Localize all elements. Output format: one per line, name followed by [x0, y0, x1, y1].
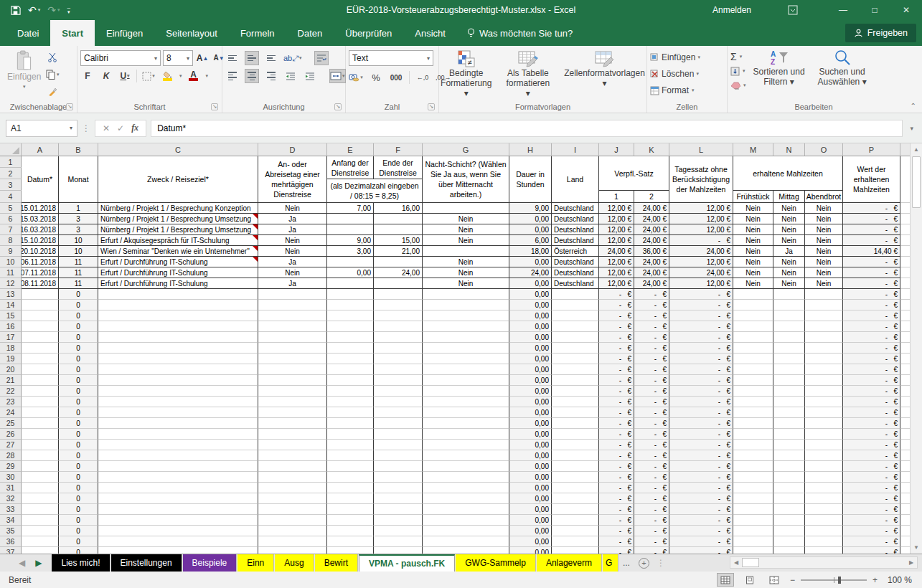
cell-H15[interactable]: 0,00: [509, 310, 552, 321]
cell-O27[interactable]: [805, 440, 843, 450]
cell-B16[interactable]: 0: [59, 321, 98, 332]
cell-J22[interactable]: - €: [599, 386, 634, 397]
cell-D37[interactable]: [258, 547, 327, 554]
row-header-3[interactable]: 3: [0, 179, 22, 191]
cell-C32[interactable]: [98, 493, 258, 504]
cell-D28[interactable]: [258, 450, 327, 461]
find-select-button[interactable]: Suchen undAuswählen ▾: [812, 47, 872, 89]
cell-D30[interactable]: [258, 472, 327, 483]
collapse-ribbon-icon[interactable]: ⌃: [911, 102, 916, 110]
row-header-9[interactable]: 9: [0, 246, 22, 257]
cell-G37[interactable]: [423, 547, 509, 554]
cell-N9[interactable]: Ja: [773, 246, 805, 257]
cell-F17[interactable]: [374, 332, 423, 343]
cell-L32[interactable]: - €: [669, 493, 733, 504]
cell-O33[interactable]: [805, 504, 843, 515]
cell-J27[interactable]: - €: [599, 440, 634, 450]
cell-B12[interactable]: 11: [59, 278, 98, 289]
row-header-2[interactable]: 2: [0, 168, 22, 179]
cell-B17[interactable]: 0: [59, 332, 98, 343]
cell-A25[interactable]: [22, 418, 59, 429]
cell-M35[interactable]: [733, 526, 773, 536]
sort-filter-button[interactable]: AZ Sortieren undFiltern ▾: [748, 47, 811, 89]
normal-view-icon[interactable]: [717, 573, 734, 587]
fill-icon[interactable]: ▾: [730, 65, 746, 77]
ribbon-tab-daten[interactable]: Daten: [286, 20, 334, 46]
tab-overflow-indicator[interactable]: ...: [618, 554, 634, 572]
ribbon-tab-überprüfen[interactable]: Überprüfen: [334, 20, 403, 46]
cell-M24[interactable]: [733, 407, 773, 418]
zoom-level[interactable]: 100 %: [885, 575, 912, 585]
cell-C31[interactable]: [98, 483, 258, 493]
cell-N21[interactable]: [773, 375, 805, 386]
cell-L23[interactable]: - €: [669, 397, 733, 407]
cell-L8[interactable]: - €: [669, 235, 733, 246]
cell-H27[interactable]: 0,00: [509, 440, 552, 450]
orientation-icon[interactable]: ab⤢▾: [283, 51, 302, 65]
cell-D26[interactable]: [258, 429, 327, 440]
cell-I12[interactable]: Deutschland: [552, 278, 599, 289]
cell-J13[interactable]: - €: [599, 289, 634, 300]
cell-B8[interactable]: 10: [59, 235, 98, 246]
cell-D24[interactable]: [258, 407, 327, 418]
column-header-M[interactable]: M: [733, 143, 773, 156]
cell-E19[interactable]: [327, 354, 374, 364]
cell-I7[interactable]: Deutschland: [552, 224, 599, 235]
sheet-tab-g[interactable]: G: [603, 554, 618, 572]
font-color-icon[interactable]: A: [187, 69, 201, 83]
italic-button[interactable]: K: [99, 69, 113, 83]
cell-I33[interactable]: [552, 504, 599, 515]
cell-M29[interactable]: [733, 461, 773, 472]
sheet-tab-einstellungen[interactable]: Einstellungen: [111, 554, 182, 572]
cell-N25[interactable]: [773, 418, 805, 429]
clipboard-dialog-launcher-icon[interactable]: ↘: [66, 103, 73, 110]
cell-N23[interactable]: [773, 397, 805, 407]
cell-K25[interactable]: - €: [634, 418, 669, 429]
cell-H28[interactable]: 0,00: [509, 450, 552, 461]
cell-D15[interactable]: [258, 310, 327, 321]
column-header-E[interactable]: E: [327, 143, 374, 156]
cell-B6[interactable]: 3: [59, 214, 98, 224]
cell-F32[interactable]: [374, 493, 423, 504]
horizontal-scroll-thumb[interactable]: [742, 558, 759, 567]
maximize-button[interactable]: □: [859, 0, 890, 20]
cell-A10[interactable]: 06.11.2018: [22, 257, 59, 267]
new-sheet-button[interactable]: +: [639, 558, 649, 569]
cell-B11[interactable]: 11: [59, 267, 98, 278]
insert-function-icon[interactable]: fx: [131, 123, 138, 133]
cell-N8[interactable]: Nein: [773, 235, 805, 246]
cell-I36[interactable]: [552, 536, 599, 547]
cell-D11[interactable]: Nein: [258, 267, 327, 278]
formula-input[interactable]: Datum*: [151, 120, 903, 137]
cell-G26[interactable]: [423, 429, 509, 440]
cell-P34[interactable]: - €: [843, 515, 900, 526]
cell-G23[interactable]: [423, 397, 509, 407]
cell-B7[interactable]: 3: [59, 224, 98, 235]
cell-N13[interactable]: [773, 289, 805, 300]
cell-M34[interactable]: [733, 515, 773, 526]
cell-O21[interactable]: [805, 375, 843, 386]
cell-E9[interactable]: 3,00: [327, 246, 374, 257]
cell-G13[interactable]: [423, 289, 509, 300]
cell-A6[interactable]: 15.03.2018: [22, 214, 59, 224]
cell-P28[interactable]: - €: [843, 450, 900, 461]
cell-A18[interactable]: [22, 343, 59, 354]
cell-O18[interactable]: [805, 343, 843, 354]
cell-O24[interactable]: [805, 407, 843, 418]
cell-L14[interactable]: - €: [669, 300, 733, 310]
cell-E35[interactable]: [327, 526, 374, 536]
cell-F12[interactable]: [374, 278, 423, 289]
cut-icon[interactable]: [45, 50, 60, 65]
cell-D17[interactable]: [258, 332, 327, 343]
cell-A29[interactable]: [22, 461, 59, 472]
cell-C17[interactable]: [98, 332, 258, 343]
name-box[interactable]: A1▾: [6, 120, 77, 137]
font-name-select[interactable]: Calibri▾: [80, 50, 161, 66]
cell-B22[interactable]: 0: [59, 386, 98, 397]
cell-G18[interactable]: [423, 343, 509, 354]
cell-M15[interactable]: [733, 310, 773, 321]
cell-H17[interactable]: 0,00: [509, 332, 552, 343]
cell-B27[interactable]: 0: [59, 440, 98, 450]
cell-G8[interactable]: Nein: [423, 235, 509, 246]
cell-M9[interactable]: Nein: [733, 246, 773, 257]
